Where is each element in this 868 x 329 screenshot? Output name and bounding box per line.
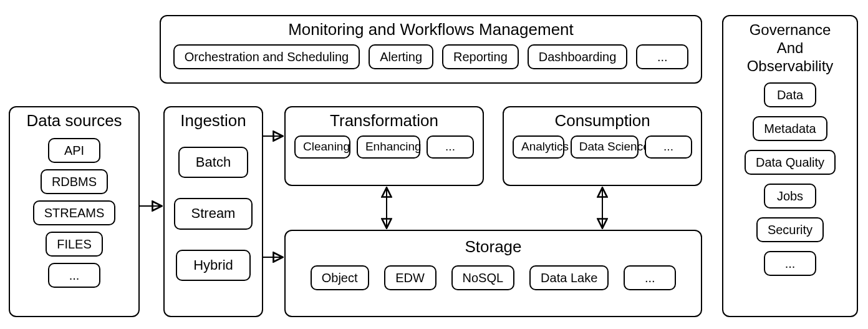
consumption-item-more: ...	[645, 135, 692, 159]
data-sources-items: API RDBMS STREAMS FILES ...	[10, 134, 138, 294]
governance-item-security: Security	[756, 217, 824, 242]
governance-item-more: ...	[764, 251, 816, 276]
data-sources-item-more: ...	[48, 263, 100, 288]
storage-item-object: Object	[311, 265, 369, 290]
transformation-box: Transformation Cleaning Enhancing ...	[284, 106, 484, 186]
governance-item-metadata: Metadata	[753, 116, 827, 141]
monitoring-item-dashboarding: Dashboarding	[528, 44, 628, 69]
governance-item-data: Data	[764, 82, 816, 107]
ingestion-item-stream: Stream	[174, 198, 253, 229]
transformation-title: Transformation	[286, 107, 483, 130]
consumption-item-analytics: Analytics	[513, 135, 564, 159]
governance-item-data-quality: Data Quality	[745, 150, 836, 175]
storage-item-nosql: NoSQL	[451, 265, 515, 290]
storage-item-edw: EDW	[384, 265, 436, 290]
governance-item-jobs: Jobs	[764, 184, 816, 209]
monitoring-item-reporting: Reporting	[442, 44, 519, 69]
transformation-item-cleaning: Cleaning	[294, 135, 350, 159]
consumption-title: Consumption	[504, 107, 701, 130]
consumption-item-data-science: Data Science	[571, 135, 639, 159]
consumption-box: Consumption Analytics Data Science ...	[503, 106, 702, 186]
ingestion-items: Batch Stream Hybrid	[165, 134, 262, 287]
monitoring-item-more: ...	[636, 44, 688, 69]
storage-item-data-lake: Data Lake	[529, 265, 609, 290]
monitoring-title: Monitoring and Workflows Management	[161, 16, 701, 39]
ingestion-item-batch: Batch	[178, 147, 248, 178]
storage-item-more: ...	[624, 265, 676, 290]
transformation-item-more: ...	[427, 135, 474, 159]
monitoring-item-alerting: Alerting	[369, 44, 433, 69]
governance-title: GovernanceAndObservability	[723, 16, 857, 79]
data-sources-item-files: FILES	[46, 232, 103, 257]
data-sources-box: Data sources API RDBMS STREAMS FILES ...	[9, 106, 140, 317]
transformation-item-enhancing: Enhancing	[357, 135, 420, 159]
monitoring-item-orchestration: Orchestration and Scheduling	[173, 44, 360, 69]
transformation-items: Cleaning Enhancing ...	[286, 130, 483, 165]
ingestion-item-hybrid: Hybrid	[176, 250, 251, 281]
consumption-items: Analytics Data Science ...	[504, 130, 701, 165]
data-sources-title: Data sources	[10, 107, 138, 134]
data-sources-item-streams: STREAMS	[33, 200, 116, 225]
data-sources-item-rdbms: RDBMS	[41, 169, 108, 194]
diagram-canvas: Monitoring and Workflows Management Orch…	[0, 0, 868, 329]
ingestion-title: Ingestion	[165, 107, 262, 134]
governance-box: GovernanceAndObservability Data Metadata…	[722, 15, 858, 317]
monitoring-box: Monitoring and Workflows Management Orch…	[160, 15, 702, 84]
storage-items: Object EDW NoSQL Data Lake ...	[286, 257, 701, 297]
ingestion-box: Ingestion Batch Stream Hybrid	[163, 106, 263, 317]
data-sources-item-api: API	[48, 138, 100, 163]
storage-box: Storage Object EDW NoSQL Data Lake ...	[284, 230, 702, 317]
monitoring-items: Orchestration and Scheduling Alerting Re…	[161, 39, 701, 76]
governance-items: Data Metadata Data Quality Jobs Security…	[723, 79, 857, 282]
storage-title: Storage	[286, 231, 701, 257]
